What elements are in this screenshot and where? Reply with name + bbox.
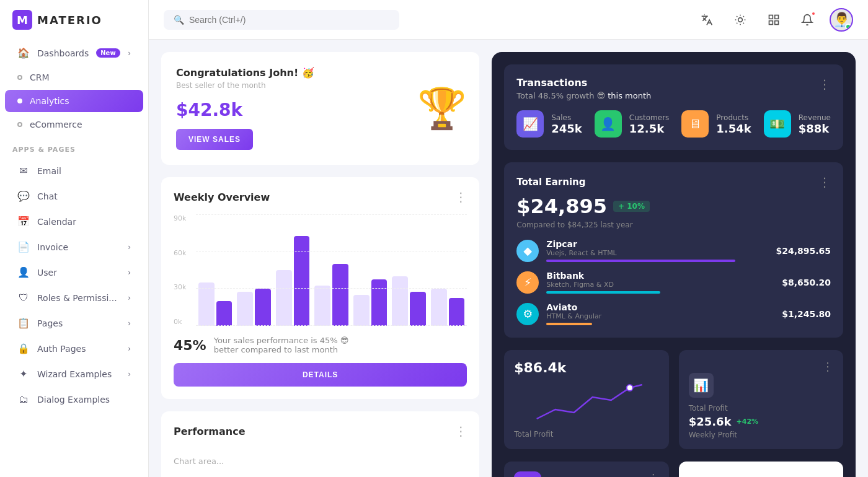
bar-group-2: [237, 289, 270, 326]
tx-title: Transactions: [516, 77, 651, 89]
earning-title: Total Earning: [516, 177, 585, 188]
bar-light: [392, 276, 408, 326]
sidebar-label-wizard: Wizard Examples: [37, 369, 112, 379]
bar-purple: [371, 279, 388, 326]
bar-light: [276, 270, 292, 326]
bell-icon[interactable]: [796, 9, 818, 31]
revenue-label: Revenue: [799, 113, 831, 122]
sidebar-label-chat: Chat: [37, 191, 58, 201]
sidebar-item-crm[interactable]: CRM: [5, 66, 143, 89]
performance-placeholder: Chart area...: [174, 449, 467, 473]
earning-more-button[interactable]: ⋮: [818, 175, 831, 190]
wizard-icon: ✦: [17, 368, 30, 380]
tx-stat-revenue: 💵 Revenue $88k: [764, 110, 831, 138]
zipcar-amount: $24,895.65: [776, 246, 831, 256]
aviato-name: Aviato: [546, 302, 774, 312]
sidebar-item-chat[interactable]: 💬Chat: [5, 184, 143, 208]
tech-logos-card: N TS JS ✦: [679, 462, 843, 477]
sidebar-item-roles[interactable]: 🛡Roles & Permissi...›: [5, 286, 143, 310]
search-bar[interactable]: 🔍: [164, 10, 399, 30]
products-label: Products: [716, 113, 751, 122]
auth-icon: 🔒: [17, 343, 30, 354]
svg-rect-2: [775, 15, 779, 19]
sidebar-item-pages[interactable]: 📋Pages›: [5, 311, 143, 335]
chevron-right-icon: ›: [128, 49, 131, 58]
bitbank-amount: $8,650.20: [782, 278, 831, 287]
sidebar-item-auth[interactable]: 🔒Auth Pages›: [5, 336, 143, 361]
bar-group-5: [353, 279, 387, 326]
grid-icon[interactable]: [763, 9, 785, 31]
performance-more-button[interactable]: ⋮: [454, 424, 467, 439]
sales-value: 245k: [551, 122, 582, 135]
total-earning-card: Total Earning ⋮ $24,895 + 10% Compared t…: [504, 162, 843, 338]
bar-purple: [216, 301, 232, 326]
bar-light: [431, 289, 447, 326]
bar-purple: [449, 298, 465, 326]
weekly-profit-card: ⋮ 📊 Total Profit $25.6k +42% Weekly Prof…: [679, 350, 843, 449]
earning-list: ◆ Zipcar Vuejs, React & HTML $24,895.65 …: [516, 239, 831, 325]
sidebar-item-analytics[interactable]: Analytics: [5, 90, 143, 112]
dashboard-content: Congratulations John! 🥳 Best seller of t…: [149, 40, 868, 477]
bar-light: [198, 282, 215, 326]
weekly-profit-more-button[interactable]: ⋮: [822, 360, 833, 373]
sidebar-section-label: APPS & PAGES: [0, 137, 148, 157]
bar-group-1: [198, 282, 232, 326]
bar-light: [353, 295, 370, 326]
sidebar-item-dashboards[interactable]: 🏠DashboardsNew›: [5, 41, 143, 65]
bar-purple: [332, 264, 348, 326]
invoice-icon: 📄: [17, 241, 30, 253]
products-icon: 🖥: [681, 110, 709, 138]
svg-point-0: [738, 17, 743, 22]
profit-row: $86.4k Total Profit ⋮: [504, 350, 843, 449]
sidebar-item-calendar[interactable]: 📅Calendar: [5, 209, 143, 234]
avatar-status: [845, 24, 851, 30]
sidebar-item-wizard[interactable]: ✦Wizard Examples›: [5, 362, 143, 386]
view-sales-button[interactable]: VIEW SALES: [176, 129, 253, 150]
customers-value: 12.5k: [629, 122, 670, 135]
weekly-profit-value-row: $25.6k +42%: [689, 415, 833, 428]
earning-growth-badge: + 10%: [613, 201, 650, 212]
sidebar-item-invoice[interactable]: 📄Invoice›: [5, 235, 143, 259]
sidebar-item-dialog[interactable]: 🗂Dialog Examples: [5, 387, 143, 411]
zipcar-sub: Vuejs, React & HTML: [546, 249, 768, 257]
sidebar-label-user: User: [37, 268, 57, 278]
brightness-icon[interactable]: [729, 9, 751, 31]
sidebar-dot-icon: [17, 98, 22, 103]
tx-more-button[interactable]: ⋮: [818, 77, 831, 92]
total-profit-value: $86.4k: [514, 360, 658, 375]
new-project-card: 💼 ⋮ New Project 862 -18% 2,85: [504, 462, 668, 477]
sidebar-item-email[interactable]: ✉Email: [5, 159, 143, 183]
sidebar-item-user[interactable]: 👤User›: [5, 260, 143, 284]
notification-dot: [811, 11, 816, 16]
avatar[interactable]: 👨‍💼: [830, 8, 853, 32]
performance-card: Performance ⋮ Chart area...: [161, 411, 479, 477]
total-profit-label: Total Profit: [514, 430, 658, 439]
new-badge: New: [96, 48, 120, 58]
dialog-icon: 🗂: [17, 393, 30, 405]
chevron-right-icon: ›: [128, 319, 131, 328]
svg-point-5: [627, 385, 633, 391]
chevron-right-icon: ›: [128, 370, 131, 379]
logo-text: MATERIO: [37, 14, 102, 27]
tx-stat-products: 🖥 Products 1.54k: [681, 110, 751, 138]
bitbank-icon: ⚡: [516, 271, 539, 294]
customers-label: Customers: [629, 113, 670, 122]
sidebar-item-ecommerce[interactable]: eCommerce: [5, 113, 143, 136]
sidebar: M MATERIO 🏠DashboardsNew›CRMAnalyticseCo…: [0, 0, 149, 477]
sales-icon: 📈: [516, 110, 544, 138]
svg-rect-1: [769, 15, 773, 19]
sidebar-label-email: Email: [37, 166, 61, 176]
transactions-card: Transactions Total 48.5% growth 😎 this m…: [504, 64, 843, 150]
sidebar-label-auth: Auth Pages: [37, 344, 86, 354]
project-more-button[interactable]: ⋮: [648, 471, 659, 477]
search-input[interactable]: [189, 15, 389, 25]
weekly-more-button[interactable]: ⋮: [454, 190, 467, 204]
translate-icon[interactable]: [696, 9, 718, 31]
dashboards-icon: 🏠: [17, 47, 30, 59]
bar-light: [314, 286, 330, 326]
aviato-icon: ⚙: [516, 303, 539, 325]
details-button[interactable]: DETAILS: [174, 363, 467, 387]
performance-title: Performance: [174, 426, 246, 437]
sidebar-label-calendar: Calendar: [37, 217, 76, 227]
email-icon: ✉: [17, 165, 30, 177]
